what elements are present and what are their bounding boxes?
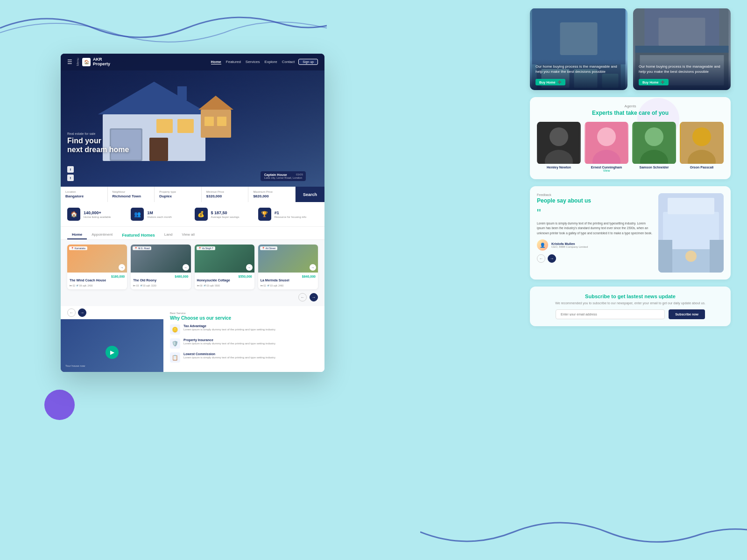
min-price-value[interactable]: $320,000	[206, 194, 244, 198]
property-type-value[interactable]: Duplex	[159, 194, 197, 198]
location-field: Location Bangalore	[61, 187, 108, 202]
svg-rect-23	[659, 18, 705, 46]
min-price-label: Minimun Price	[206, 190, 244, 193]
feedback-left: Feedback People say about us " Lorem ips…	[537, 193, 653, 273]
property-card-3[interactable]: 📍 Va Singh 7 → Honeysuckle Cottage $550,…	[195, 245, 254, 289]
agents-title: Experts that take care of you	[537, 110, 724, 116]
stat-savings-label: Average buyer savings	[211, 216, 240, 218]
house-address: Lake city, Lenar Road, London	[264, 176, 302, 179]
feedback-room-image-bg	[658, 193, 724, 273]
subscribe-form: Subscribe now	[556, 309, 705, 319]
property-cards-row: 📍 Karnataka → The Wind Coach House $180,…	[67, 245, 318, 289]
property-card-4[interactable]: 📍 Art Street → La Merinda Snusel $840,00…	[258, 245, 318, 289]
card-1-price: $180,000	[111, 275, 125, 278]
tab-view-all[interactable]: View all	[177, 231, 199, 239]
agent-view-link[interactable]: View	[585, 169, 628, 172]
card-1-body: The Wind Coach House $180,000 🛏 02 🚿 09 …	[67, 273, 127, 289]
card-4-tag: 📍 Art Street	[260, 246, 277, 250]
tour-next[interactable]: →	[78, 308, 86, 317]
buy-home-button-1[interactable]: Buy Home ➕	[536, 79, 565, 85]
svg-rect-18	[560, 22, 598, 55]
service-item-3: 📋 Lowest Commission Lorem ipsum is simpl…	[170, 352, 318, 363]
cards-prev-button[interactable]: ←	[298, 293, 307, 301]
homes-icon: 🏠	[67, 208, 80, 221]
property-image-2-overlay: Our home buying process is the manageabl…	[633, 59, 731, 90]
property-type-field: Property type Duplex	[155, 187, 202, 202]
tour-prev[interactable]: ←	[67, 308, 76, 317]
card-2-arrow[interactable]: →	[183, 264, 189, 271]
feedback-prev[interactable]: ←	[537, 254, 545, 263]
location-value[interactable]: Bangalore	[65, 194, 103, 198]
card-4-price: $840,000	[302, 275, 316, 278]
nav-featured[interactable]: Featured	[226, 60, 241, 64]
signup-button[interactable]: Sign up	[298, 59, 318, 65]
agent-2-image	[585, 122, 628, 164]
card-3-arrow[interactable]: →	[246, 264, 253, 271]
card-3-body: Honeysuckle Cottage $550,000 🛏 00 🚿 03 s…	[195, 273, 254, 289]
svg-rect-39	[668, 198, 714, 214]
card-4-arrow[interactable]: →	[310, 264, 316, 271]
agent-2-name: Ernest Cunningham	[585, 166, 628, 169]
agent-1-image	[537, 122, 581, 164]
tab-featured[interactable]: Featured Homes	[122, 233, 155, 238]
feedback-next[interactable]: →	[548, 254, 556, 263]
agents-section: Agents Experts that take care of you Hem…	[530, 97, 731, 179]
play-button[interactable]: ▶	[106, 346, 119, 359]
card-2-meta: 🛏 03 🚿 03 sqft: 3150	[133, 284, 188, 287]
stat-homes-value: 140,000+	[84, 210, 111, 215]
max-price-field: Maximum Price $820,000	[248, 187, 296, 202]
svg-rect-43	[710, 240, 724, 273]
right-panel: Our home buying process is the manageabl…	[530, 8, 731, 326]
card-3-tag: 📍 Va Singh 7	[197, 246, 215, 250]
search-button[interactable]: Search	[296, 187, 324, 202]
feedback-room-image	[658, 193, 724, 273]
card-2-price: $480,000	[175, 275, 188, 278]
card-4-name: La Merinda Snusel	[261, 279, 289, 282]
feedback-quote: Lorem ipsum is simply dummy text of the …	[537, 221, 653, 236]
property-card-1[interactable]: 📍 Karnataka → The Wind Coach House $180,…	[67, 245, 127, 289]
property-card-2-image: 📍 M.G. Road →	[131, 245, 190, 273]
agent-3: Samson Schneider	[632, 122, 676, 172]
nav-services[interactable]: Services	[246, 60, 260, 64]
cards-section: 📍 Karnataka → The Wind Coach House $180,…	[61, 240, 324, 306]
nav-home[interactable]: Home	[211, 60, 221, 64]
property-card-1-image: 📍 Karnataka →	[67, 245, 127, 273]
agents-grid: Hemley Newton Ernest Cunningham View	[537, 122, 724, 172]
tour-label: Tour house now	[65, 364, 85, 367]
feedback-section: Feedback People say about us " Lorem ips…	[530, 186, 731, 280]
buy-home-button-2[interactable]: Buy Home ➕	[639, 79, 669, 85]
service-section: Best Service Why Choose us our service 🪙…	[163, 306, 324, 372]
service-2-title: Property Insurance	[183, 338, 276, 342]
nav-contact[interactable]: Contact	[282, 60, 295, 64]
svg-rect-4	[156, 119, 173, 133]
property-card-2[interactable]: 📍 M.G. Road → The Old Roony $480,000 🛏 0…	[131, 245, 190, 289]
email-input[interactable]	[556, 309, 665, 319]
visitors-icon: 👥	[131, 208, 144, 221]
tab-appointment[interactable]: Appointment	[87, 231, 117, 239]
hamburger-icon[interactable]: ☰	[67, 59, 72, 65]
menu-label: Menu	[76, 58, 79, 66]
agent-3-image	[632, 122, 676, 164]
max-price-value[interactable]: $820,000	[253, 194, 290, 198]
nav-explore[interactable]: Explore	[265, 60, 277, 64]
subscribe-button[interactable]: Subscribe now	[669, 309, 705, 319]
card-2-body: The Old Roony $480,000 🛏 03 🚿 03 sqft: 3…	[131, 273, 190, 289]
tab-land[interactable]: Land	[160, 231, 177, 239]
savings-icon: 💰	[195, 208, 208, 221]
hero-section: ☰ Menu 🏠 AKRProperty Home Featured Servi…	[61, 54, 324, 187]
twitter-icon[interactable]: t	[67, 175, 74, 181]
max-price-label: Maximum Price	[253, 190, 290, 193]
cards-next-button[interactable]: →	[310, 293, 318, 301]
svg-marker-9	[198, 96, 233, 110]
bg-wave-bottom	[420, 504, 747, 560]
quote-icon: "	[537, 208, 653, 219]
subscribe-section: Subscribe to get lastest news update We …	[530, 287, 731, 326]
tab-home[interactable]: Home	[67, 231, 87, 239]
svg-point-29	[597, 127, 616, 146]
property-image-2: Our home buying process is the manageabl…	[633, 8, 731, 90]
feedback-label: Feedback	[537, 193, 653, 196]
agent-1: Hemley Newton	[537, 122, 581, 172]
logo-text: AKRProperty	[93, 57, 110, 67]
facebook-icon[interactable]: f	[67, 166, 74, 173]
neighbour-value[interactable]: Richmond Town	[113, 194, 150, 198]
